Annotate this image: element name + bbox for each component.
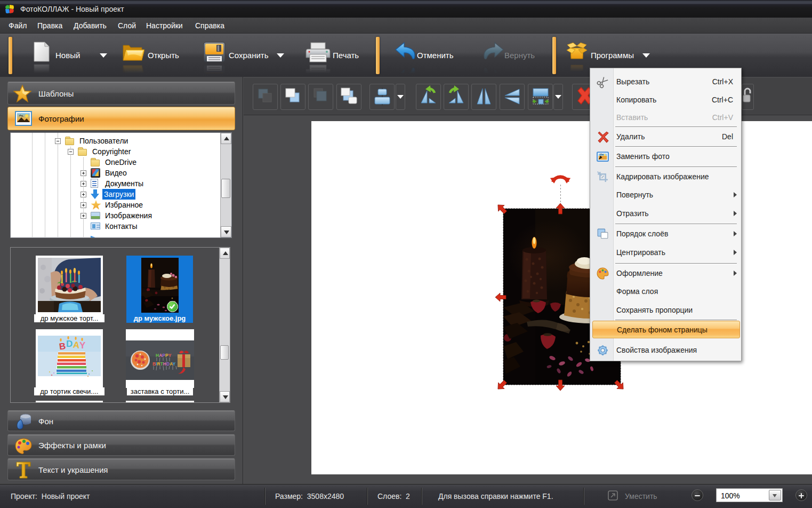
svg-text:D: D	[66, 339, 73, 349]
svg-text:BIRTHDAY: BIRTHDAY	[152, 361, 176, 367]
svg-text:B: B	[59, 341, 67, 352]
svg-text:HAPPY: HAPPY	[156, 353, 172, 358]
svg-text:Y: Y	[79, 340, 86, 351]
